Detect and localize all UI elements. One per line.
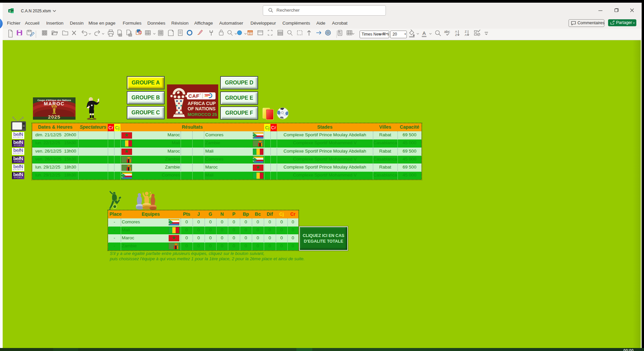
svg-text:OF NATIONS: OF NATIONS xyxy=(188,106,216,111)
svg-text:MAROC: MAROC xyxy=(44,101,65,106)
svg-text:A: A xyxy=(422,30,426,36)
svg-text:CAF: CAF xyxy=(188,93,199,99)
svg-text:2025: 2025 xyxy=(48,114,60,120)
svg-text:MOROCCO 25: MOROCCO 25 xyxy=(188,112,217,117)
svg-text:A: A xyxy=(455,30,457,33)
svg-text:x: x xyxy=(9,9,11,13)
svg-text:Z: Z xyxy=(465,30,467,33)
svg-text:AFRICA CUP: AFRICA CUP xyxy=(188,101,216,106)
svg-text:abc: abc xyxy=(444,30,450,34)
svg-text:Z: Z xyxy=(455,33,457,37)
svg-text:A: A xyxy=(465,33,467,37)
